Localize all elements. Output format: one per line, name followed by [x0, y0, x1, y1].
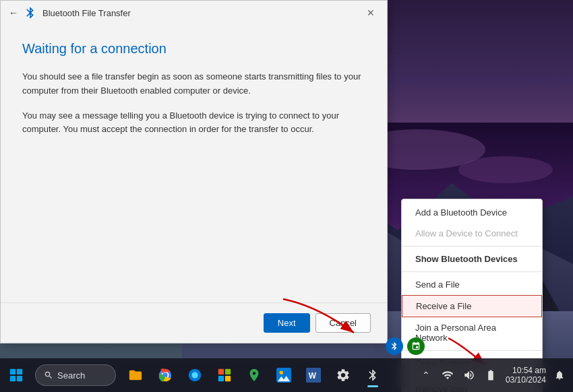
taskbar-search-bar[interactable]: Search [35, 364, 116, 386]
context-menu-divider-1 [402, 246, 542, 247]
svg-rect-19 [17, 376, 22, 381]
svg-rect-26 [225, 376, 231, 381]
battery-status-icon [485, 369, 497, 381]
start-button[interactable] [0, 358, 32, 392]
bell-icon [554, 370, 565, 381]
dialog-titlebar: ← Bluetooth File Transfer ✕ [1, 1, 387, 25]
taskbar-chrome[interactable] [151, 361, 179, 389]
taskbar-settings[interactable] [329, 361, 357, 389]
context-menu-allow-device-connect: Allow a Device to Connect [402, 223, 542, 244]
context-menu-divider-2 [402, 271, 542, 272]
dialog-body-paragraph2: You may see a message telling you a Blue… [22, 109, 365, 137]
back-button[interactable]: ← [9, 7, 18, 18]
wifi-signal-icon [442, 369, 454, 381]
bluetooth-tray-icon[interactable] [386, 337, 403, 355]
taskbar-edge[interactable] [181, 361, 209, 389]
context-menu-send-file[interactable]: Send a File [402, 274, 542, 295]
taskbar-store[interactable] [210, 361, 239, 389]
search-icon [44, 370, 53, 380]
battery-icon[interactable] [481, 361, 500, 389]
clock-date-display[interactable]: 10:54 am 03/10/2024 [503, 366, 549, 385]
taskbar: Search [0, 358, 573, 392]
context-menu-receive-file[interactable]: Receive a File [402, 295, 542, 317]
chrome-icon [158, 368, 173, 383]
store-icon [217, 368, 232, 383]
maps-icon [247, 368, 262, 383]
svg-rect-18 [10, 376, 16, 381]
windows-logo-icon [9, 368, 24, 383]
volume-icon[interactable] [460, 361, 479, 389]
taskbar-file-explorer[interactable] [121, 361, 150, 389]
taskbar-word[interactable]: W [299, 361, 328, 389]
dialog-title-left: ← Bluetooth File Transfer [9, 6, 131, 20]
speaker-icon [463, 369, 475, 381]
show-hidden-icons-button[interactable]: ⌃ [417, 361, 435, 389]
settings-icon [336, 368, 351, 383]
taskbar-app-icons: W [119, 361, 411, 389]
time-display: 10:54 am [512, 366, 546, 375]
photos-icon [276, 368, 291, 383]
connected-device-icon[interactable] [407, 337, 425, 355]
bluetooth-icon [24, 6, 37, 20]
bluetooth-tray-icons [386, 337, 425, 355]
taskbar-bluetooth[interactable] [359, 361, 387, 389]
svg-point-3 [458, 156, 553, 183]
bluetooth-taskbar-icon [366, 368, 380, 382]
close-button[interactable]: ✕ [363, 5, 379, 21]
taskbar-maps[interactable] [240, 361, 268, 389]
search-label: Search [57, 370, 85, 381]
chevron-up-icon: ⌃ [422, 370, 430, 381]
dialog-heading: Waiting for a connection [22, 41, 365, 57]
notification-button[interactable] [551, 361, 568, 389]
svg-rect-17 [17, 369, 22, 374]
context-menu-show-bluetooth-devices[interactable]: Show Bluetooth Devices [402, 249, 542, 269]
red-arrow-1 [276, 292, 364, 346]
dialog-body-paragraph1: You should see a file transfer begin as … [22, 70, 365, 98]
svg-rect-23 [218, 369, 224, 374]
wifi-icon[interactable] [438, 361, 457, 389]
taskbar-photos[interactable] [270, 361, 298, 389]
edge-icon [187, 368, 202, 383]
svg-point-28 [280, 371, 284, 375]
file-explorer-icon [128, 368, 143, 383]
word-icon: W [306, 368, 321, 383]
svg-rect-16 [10, 369, 16, 374]
system-tray: ⌃ 10:54 am 03/10/2024 [411, 361, 573, 389]
svg-text:W: W [309, 371, 317, 381]
dialog-content: Waiting for a connection You should see … [1, 25, 387, 164]
svg-rect-25 [218, 376, 224, 381]
date-display: 03/10/2024 [506, 375, 546, 385]
context-menu-add-bluetooth-device[interactable]: Add a Bluetooth Device [402, 202, 542, 223]
dialog-title-text: Bluetooth File Transfer [42, 8, 131, 18]
svg-rect-24 [225, 369, 231, 374]
